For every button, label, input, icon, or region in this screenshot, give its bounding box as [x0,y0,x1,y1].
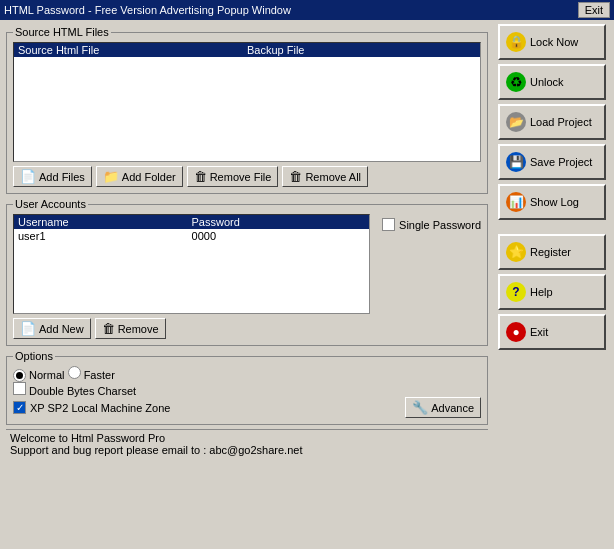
save-project-icon: 💾 [506,152,526,172]
title-bar: HTML Password - Free Version Advertising… [0,0,614,20]
unlock-icon: ♻ [506,72,526,92]
remove-all-button[interactable]: 🗑 Remove All [282,166,368,187]
accounts-section: Username Password user1 0000 📄 Add New [13,214,481,339]
remove-all-label: Remove All [305,171,361,183]
xpsp2-check-icon: ✓ [16,402,24,413]
add-new-icon: 📄 [20,321,36,336]
register-button[interactable]: ⭐ Register [498,234,606,270]
status-bar: Welcome to Html Password Pro Support and… [6,429,488,458]
title-exit-button[interactable]: Exit [578,2,610,18]
unlock-button[interactable]: ♻ Unlock [498,64,606,100]
remove-account-button[interactable]: 🗑 Remove [95,318,166,339]
register-label: Register [530,246,571,258]
user-accounts-group: User Accounts Username Password user1 00… [6,198,488,346]
account-password: 0000 [192,230,366,242]
separator1 [498,224,610,230]
unlock-label: Unlock [530,76,564,88]
left-panel: Source HTML Files Source Html File Backu… [0,20,494,549]
account-username: user1 [18,230,192,242]
add-files-button[interactable]: 📄 Add Files [13,166,92,187]
file-list-area[interactable]: Source Html File Backup File [13,42,481,162]
accounts-col1-header: Username [18,216,192,228]
xpsp2-checkbox[interactable]: ✓ [13,401,26,414]
double-bytes-checkbox[interactable] [13,382,26,395]
accounts-bottom-buttons: 📄 Add New 🗑 Remove [13,318,370,339]
option-row-normal-faster: Normal Faster [13,366,481,382]
file-buttons: 📄 Add Files 📁 Add Folder 🗑 Remove File 🗑… [13,166,481,187]
accounts-right: Single Password [376,214,481,339]
load-project-icon: 📂 [506,112,526,132]
title-text: HTML Password - Free Version Advertising… [4,4,291,16]
exit-button[interactable]: ● Exit [498,314,606,350]
right-panel: 🔒 Lock Now ♻ Unlock 📂 Load Project 💾 Sav… [494,20,614,549]
user-accounts-legend: User Accounts [13,198,88,210]
show-log-icon: 📊 [506,192,526,212]
options-legend: Options [13,350,55,362]
help-icon: ? [506,282,526,302]
status-line2: Support and bug report please email to :… [10,444,484,456]
options-group: Options Normal Faster Double Bytes Chars… [6,350,488,425]
help-label: Help [530,286,553,298]
help-button[interactable]: ? Help [498,274,606,310]
show-log-label: Show Log [530,196,579,208]
option-row-xpsp2: ✓ XP SP2 Local Machine Zone 🔧 Advance [13,397,481,418]
file-list-header: Source Html File Backup File [14,43,480,57]
lock-now-label: Lock Now [530,36,578,48]
remove-all-icon: 🗑 [289,169,302,184]
normal-radio[interactable] [13,369,26,382]
remove-file-button[interactable]: 🗑 Remove File [187,166,279,187]
lock-now-icon: 🔒 [506,32,526,52]
remove-account-icon: 🗑 [102,321,115,336]
save-project-label: Save Project [530,156,592,168]
load-project-button[interactable]: 📂 Load Project [498,104,606,140]
show-log-button[interactable]: 📊 Show Log [498,184,606,220]
faster-label: Faster [84,369,115,381]
source-files-legend: Source HTML Files [13,26,111,38]
single-password-label: Single Password [399,219,481,231]
add-folder-label: Add Folder [122,171,176,183]
source-files-group: Source HTML Files Source Html File Backu… [6,26,488,194]
file-col2-header: Backup File [247,44,476,56]
remove-account-label: Remove [118,323,159,335]
advance-button[interactable]: 🔧 Advance [405,397,481,418]
status-line1: Welcome to Html Password Pro [10,432,484,444]
remove-file-icon: 🗑 [194,169,207,184]
xpsp2-label: XP SP2 Local Machine Zone [30,402,170,414]
add-files-label: Add Files [39,171,85,183]
exit-icon: ● [506,322,526,342]
load-project-label: Load Project [530,116,592,128]
normal-label: Normal [29,369,64,381]
single-password-area: Single Password [382,218,481,231]
single-password-checkbox[interactable] [382,218,395,231]
add-files-icon: 📄 [20,169,36,184]
remove-file-label: Remove File [210,171,272,183]
accounts-col2-header: Password [192,216,366,228]
normal-radio-dot [16,372,23,379]
accounts-header: Username Password [14,215,369,229]
accounts-list[interactable]: Username Password user1 0000 [13,214,370,314]
lock-now-button[interactable]: 🔒 Lock Now [498,24,606,60]
exit-label: Exit [530,326,548,338]
table-row: user1 0000 [14,229,369,243]
add-folder-icon: 📁 [103,169,119,184]
faster-radio[interactable] [68,366,81,379]
register-icon: ⭐ [506,242,526,262]
advance-label: Advance [431,402,474,414]
add-new-label: Add New [39,323,84,335]
option-row-double-bytes: Double Bytes Charset [13,382,481,397]
double-bytes-label: Double Bytes Charset [29,385,136,397]
add-folder-button[interactable]: 📁 Add Folder [96,166,183,187]
save-project-button[interactable]: 💾 Save Project [498,144,606,180]
file-col1-header: Source Html File [18,44,247,56]
advance-icon: 🔧 [412,400,428,415]
accounts-list-wrapper: Username Password user1 0000 📄 Add New [13,214,370,339]
add-new-button[interactable]: 📄 Add New [13,318,91,339]
main-area: Source HTML Files Source Html File Backu… [0,20,614,549]
